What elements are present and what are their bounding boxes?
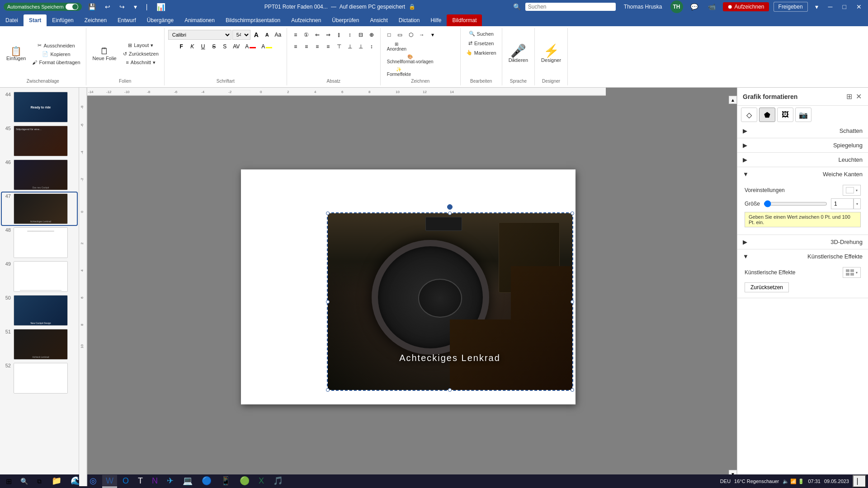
selection-handle-tl[interactable] [326,211,330,215]
slide-thumb-52[interactable]: 52 [2,362,77,394]
align-right-button[interactable]: ≡ [312,42,322,52]
slide-thumb-44[interactable]: 44 Ready to ride [2,91,77,123]
slide-thumb-46[interactable]: 46 Das neu Cockpit [2,159,77,191]
columns-button[interactable]: ⫿ [334,30,344,40]
taskbar-chrome[interactable]: ◎ [86,475,100,488]
decrease-indent-button[interactable]: ⇐ [312,30,322,40]
panel-resize-button[interactable]: ⊞ [845,91,853,102]
panel-tab-fill[interactable]: ⬟ [759,108,775,122]
italic-button[interactable]: K [187,42,197,52]
align-middle-button[interactable]: ⊥ [345,42,355,52]
slide-thumb-51[interactable]: 51 Achteck Lenkrad [2,328,77,361]
autosave-switch[interactable] [66,4,78,10]
font-selector[interactable]: Calibri [168,30,231,40]
strikethrough-button[interactable]: S [209,42,219,52]
tab-animationen[interactable]: Animationen [179,14,220,26]
shape-snip[interactable]: ⬡ [406,30,416,40]
slide-thumb-47[interactable]: 47 Achteckiges Lenkrad [2,192,77,225]
text-direction-button[interactable]: ↕ [345,30,355,40]
slide-canvas[interactable]: Achteckiges Lenkrad [241,169,576,404]
tab-start[interactable]: Start [24,14,47,26]
3d-drehung-header[interactable]: ▶ 3D-Drehung [737,235,868,249]
shape-more[interactable]: ▾ [428,30,438,40]
selection-handle-ml[interactable] [326,300,330,304]
panel-tab-effects[interactable]: ◇ [741,108,757,122]
canvas-area[interactable]: -14 -12 -10 -8 -6 -4 -2 0 2 4 6 8 10 12 … [79,88,737,486]
slide-thumb-49[interactable]: 49 [2,260,77,293]
comments-button[interactable]: 💬 [688,2,701,11]
tab-zeichnen[interactable]: Zeichnen [79,14,112,26]
kopieren-button[interactable]: 📄 Kopieren [30,50,82,58]
tab-bildschirmpraesentation[interactable]: Bildschirmpräsentation [220,14,286,26]
tab-aufzeichnen[interactable]: Aufzeichnen [286,14,326,26]
taskbar-app10[interactable]: 🎵 [269,475,287,488]
zuruecksetzen-button[interactable]: Zurücksetzen [745,282,789,292]
slide-image-container[interactable]: Achteckiges Lenkrad [327,212,573,391]
taskbar-telegram[interactable]: ✈ [163,475,177,488]
tab-uebergaenge[interactable]: Übergänge [142,14,179,26]
tab-datei[interactable]: Datei [0,14,24,26]
weiche-kanten-header[interactable]: ▼ Weiche Kanten [737,167,868,181]
minimize-button[interactable]: ─ [826,2,835,11]
format-uebertragen-button[interactable]: 🖌 Format übertragen [30,59,82,66]
groesse-slider[interactable] [764,200,827,207]
undo-button[interactable]: ↩ [102,2,113,11]
suchen-button[interactable]: 🔍 Suchen [467,30,495,38]
selection-handle-bc[interactable] [448,388,452,392]
leuchten-header[interactable]: ▶ Leuchten [737,153,868,167]
underline-button[interactable]: U [198,42,208,52]
slide-thumb-45[interactable]: 45 Stilprägend für eine... [2,125,77,157]
align-bottom-button[interactable]: ⊥ [356,42,366,52]
einfuegen-button[interactable]: 📋 Einfügen [4,46,28,62]
customize-qat-button[interactable]: ▾ [131,2,140,11]
slide-thumb-50[interactable]: 50 New Cockpit Design [2,294,77,327]
diktieren-button[interactable]: 🎤 Diktieren [506,44,531,64]
kuenstlerische-effekte-header[interactable]: ▼ Künstlerische Effekte [737,249,868,263]
tab-ansicht[interactable]: Ansicht [364,14,393,26]
kuenstlerische-effekte-button[interactable]: ▾ [843,267,861,278]
taskbar-explorer[interactable]: 📁 [48,475,65,488]
taskbar-word[interactable]: W [102,475,117,488]
bullet-list-button[interactable]: ≡ [291,30,301,40]
selection-handle-tc[interactable] [448,211,452,215]
align-text-button[interactable]: ⊟ [356,30,366,40]
close-button[interactable]: ✕ [854,2,864,11]
groesse-input[interactable] [831,198,854,209]
zuruecksetzen-button[interactable]: ↺ Zurücksetzen [121,50,160,58]
taskbar-app5[interactable]: 💻 [179,475,196,488]
font-size-selector[interactable]: 54 [232,30,250,40]
selection-handle-bl[interactable] [326,388,330,392]
ersetzen-button[interactable]: ⇄ Ersetzen [467,39,495,47]
autosave-toggle[interactable]: Automatisches Speichern [4,3,82,11]
ribbon-collapse-button[interactable]: ▾ [812,2,821,11]
taskbar-app9[interactable]: X [255,475,268,488]
abschnitt-button[interactable]: ≡ Abschnitt ▾ [121,59,160,66]
share-button[interactable]: Freigeben [774,2,808,12]
bold-button[interactable]: F [176,42,186,52]
tab-dictation[interactable]: Dictation [393,14,425,26]
align-left-button[interactable]: ≡ [291,42,301,52]
shadow-button[interactable]: S [220,42,230,52]
panel-tab-image[interactable]: 🖼 [777,108,793,122]
line-spacing-button[interactable]: ↕ [367,42,377,52]
groesse-spinner-button[interactable]: ▾ [854,198,861,209]
show-desktop-button[interactable]: ▏ [853,475,866,488]
tab-ueberpruefen[interactable]: Überprüfen [326,14,364,26]
taskbar-teams[interactable]: T [134,475,146,488]
selection-handle-mr[interactable] [571,300,574,304]
shape-roundrect[interactable]: ▭ [395,30,405,40]
maximize-button[interactable]: □ [840,2,849,11]
taskbar-outlook[interactable]: O [119,475,132,488]
record-button[interactable]: ⏺ Aufzeichnen [723,2,769,11]
selection-handle-rotate[interactable] [447,204,453,210]
align-top-button[interactable]: ⊤ [334,42,344,52]
save-button[interactable]: 💾 [85,2,99,11]
tab-bildformat[interactable]: Bildformat [447,14,482,26]
layout-button[interactable]: ⊞ Layout ▾ [121,42,160,49]
ausschneiden-button[interactable]: ✂ Ausschneiden [30,42,82,49]
numbered-list-button[interactable]: ① [302,30,311,40]
increase-font-button[interactable]: A [251,30,261,40]
start-button[interactable]: ⊞ [2,475,15,488]
voreinstellungen-button[interactable]: ▾ [843,185,861,196]
search-taskbar-button[interactable]: 🔍 [17,475,31,488]
